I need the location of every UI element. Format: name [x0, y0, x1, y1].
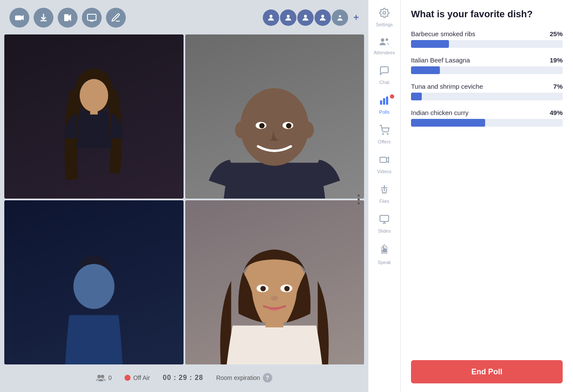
- toolbar: +: [4, 4, 364, 31]
- sidebar-item-offers[interactable]: Offers: [368, 121, 400, 149]
- room-expiry-label: Room expiration: [216, 374, 260, 381]
- poll-option-4-bar-bg: [411, 119, 563, 127]
- record-button[interactable]: [58, 8, 78, 28]
- sidebar-item-videos[interactable]: Videos: [368, 150, 400, 178]
- sidebar-item-polls[interactable]: Polls: [368, 91, 400, 119]
- add-attendee-button[interactable]: +: [353, 12, 359, 23]
- poll-option-2: Italian Beef Lasagna 19%: [411, 56, 563, 74]
- svg-rect-10: [90, 108, 98, 115]
- svg-point-5: [304, 15, 307, 18]
- svg-point-24: [261, 286, 266, 291]
- poll-option-4-name: Indian chicken curry: [411, 109, 468, 116]
- svg-point-12: [240, 88, 309, 166]
- poll-option-1-name: Barbecue smoked ribs: [411, 30, 475, 37]
- speak-label: Speak: [377, 260, 391, 265]
- svg-rect-32: [380, 100, 382, 105]
- svg-rect-2: [87, 14, 96, 20]
- end-poll-button[interactable]: End Poll: [411, 360, 563, 383]
- sidebar-item-slides[interactable]: Slides: [368, 210, 400, 238]
- settings-icon: [379, 8, 389, 21]
- files-icon: [379, 184, 389, 197]
- svg-point-29: [383, 12, 386, 14]
- poll-option-1-bar-fill: [411, 40, 449, 48]
- off-air-badge: Off Air: [125, 374, 150, 381]
- edit-button[interactable]: [106, 8, 126, 28]
- videos-label: Videos: [377, 169, 391, 174]
- sidebar-item-attendees[interactable]: Attendees: [368, 33, 400, 59]
- svg-rect-0: [15, 16, 22, 20]
- poll-option-2-header: Italian Beef Lasagna 19%: [411, 56, 563, 64]
- svg-point-9: [80, 79, 108, 112]
- poll-option-4-header: Indian chicken curry 49%: [411, 109, 563, 116]
- more-options-button[interactable]: [358, 195, 360, 205]
- attendees-label: Attendees: [374, 50, 395, 55]
- avatar-5: [332, 9, 348, 26]
- timer-display: 00 : 29 : 28: [163, 374, 203, 382]
- off-air-dot: [125, 375, 131, 381]
- files-label: Files: [379, 199, 389, 204]
- sidebar-item-chat[interactable]: Chat: [368, 61, 400, 89]
- off-air-label: Off Air: [133, 374, 150, 381]
- camera-button[interactable]: [9, 8, 29, 28]
- poll-option-3-bar-bg: [411, 93, 563, 100]
- bottom-bar: 0 Off Air 00 : 29 : 28 Room expiration ?: [4, 368, 364, 388]
- dot-1: [358, 195, 360, 197]
- toolbar-right: +: [263, 9, 359, 26]
- polls-icon: [379, 95, 389, 108]
- svg-point-18: [286, 123, 291, 128]
- svg-point-40: [384, 192, 385, 193]
- poll-option-4: Indian chicken curry 49%: [411, 109, 563, 127]
- room-expiry-info: Room expiration ?: [216, 373, 272, 383]
- poll-option-1-pct: 25%: [550, 30, 563, 37]
- svg-rect-37: [380, 157, 386, 162]
- sidebar-item-settings[interactable]: Settings: [368, 3, 400, 31]
- videos-icon: [379, 155, 389, 168]
- avatar-2: [280, 9, 296, 26]
- poll-option-1-header: Barbecue smoked ribs 25%: [411, 30, 563, 37]
- poll-option-4-bar-fill: [411, 119, 485, 127]
- poll-option-3-name: Tuna and shrimp ceviche: [411, 83, 483, 90]
- poll-option-3: Tuna and shrimp ceviche 7%: [411, 83, 563, 100]
- svg-point-13: [235, 121, 247, 138]
- svg-rect-33: [383, 98, 385, 105]
- participants-info: 0: [96, 374, 112, 382]
- video-cell-3: [4, 200, 184, 364]
- svg-point-6: [321, 15, 324, 18]
- video-cell-4: [185, 200, 364, 364]
- avatar-3: [297, 9, 314, 26]
- sidebar-item-files[interactable]: Files: [368, 180, 400, 208]
- avatar-1: [263, 9, 279, 26]
- svg-point-31: [386, 38, 388, 41]
- svg-rect-41: [380, 215, 389, 221]
- poll-option-3-header: Tuna and shrimp ceviche 7%: [411, 83, 563, 90]
- svg-point-25: [284, 286, 290, 291]
- help-button[interactable]: ?: [263, 373, 272, 383]
- poll-option-2-bar-fill: [411, 66, 440, 74]
- sidebar-item-speak[interactable]: Speak: [368, 240, 400, 269]
- svg-point-35: [383, 134, 383, 134]
- chat-icon: [379, 65, 389, 78]
- video-grid: [4, 34, 364, 364]
- polls-panel: What is your favorite dish? Barbecue smo…: [401, 0, 573, 392]
- poll-option-1-bar-bg: [411, 40, 563, 48]
- speak-icon: [379, 244, 389, 258]
- poll-option-2-name: Italian Beef Lasagna: [411, 56, 470, 64]
- screen-share-button[interactable]: [82, 8, 102, 28]
- download-button[interactable]: [34, 8, 53, 28]
- settings-label: Settings: [376, 22, 393, 27]
- poll-option-2-pct: 19%: [550, 56, 563, 64]
- participants-count: 0: [108, 374, 112, 381]
- poll-option-3-bar-fill: [411, 93, 422, 100]
- video-cell-2: [185, 34, 364, 199]
- toolbar-left: [9, 8, 126, 28]
- poll-title: What is your favorite dish?: [411, 9, 563, 20]
- svg-rect-34: [386, 96, 388, 105]
- chat-label: Chat: [379, 80, 389, 85]
- svg-point-4: [287, 15, 290, 18]
- polls-label: Polls: [379, 109, 389, 115]
- svg-point-28: [101, 375, 104, 378]
- svg-point-7: [339, 15, 341, 17]
- svg-point-3: [270, 15, 273, 18]
- poll-option-1: Barbecue smoked ribs 25%: [411, 30, 563, 48]
- polls-notification-dot: [390, 94, 394, 99]
